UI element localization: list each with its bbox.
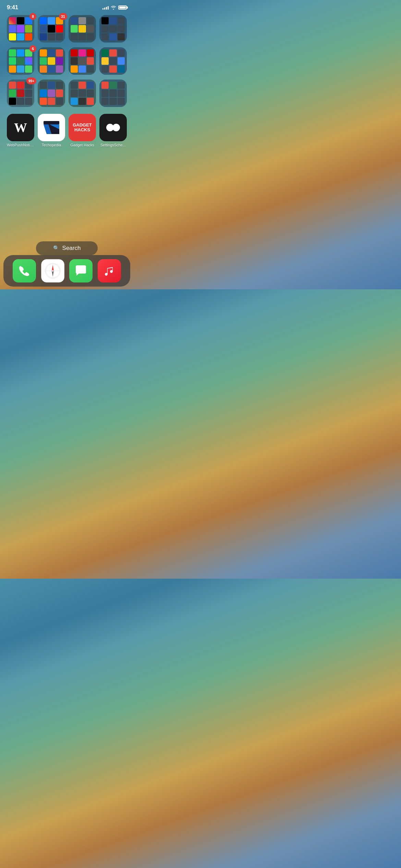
folder-food[interactable] <box>99 47 127 75</box>
status-bar: 9:41 <box>0 0 134 12</box>
music-icon <box>103 265 116 277</box>
folder-productivity[interactable] <box>38 47 65 75</box>
search-bar-container: 🔍 Search <box>0 241 134 255</box>
app-row-2: 6 <box>5 47 128 75</box>
search-bar[interactable]: 🔍 Search <box>36 241 98 255</box>
search-icon: 🔍 <box>53 245 60 251</box>
dock-messages[interactable] <box>69 259 93 282</box>
wifi-icon <box>111 5 116 10</box>
badge-communication: 6 <box>29 45 36 52</box>
phone-icon <box>18 264 31 277</box>
app-gadgethacks[interactable]: GADGETHACKS Gadget Hacks <box>69 114 96 147</box>
app-row-4: W WebPushNotifi... Techopedia <box>5 114 128 147</box>
folder-streaming[interactable]: 31 <box>38 15 65 43</box>
app-label-webpush: WebPushNotifi... <box>7 143 34 147</box>
app-label-techopedia: Techopedia <box>42 143 61 147</box>
app-label-settings-scheduler: SettingsSche... <box>100 143 126 147</box>
dock-music[interactable] <box>98 259 121 282</box>
badge-streaming: 31 <box>59 13 67 20</box>
status-icons <box>102 5 127 10</box>
techopedia-logo-icon <box>42 118 61 137</box>
app-label-gadgethacks: Gadget Hacks <box>70 143 94 147</box>
app-webpush[interactable]: W WebPushNotifi... <box>7 114 34 147</box>
folder-social[interactable]: 8 <box>7 15 34 43</box>
folder-news-games[interactable] <box>99 15 127 43</box>
folder-dev-tools[interactable] <box>69 80 96 107</box>
search-label: Search <box>62 245 81 252</box>
svg-point-5 <box>112 124 120 131</box>
badge-news: 99+ <box>26 77 36 84</box>
status-time: 9:41 <box>7 4 18 11</box>
app-settings-scheduler[interactable]: SettingsSche... <box>99 114 127 147</box>
folder-browsers[interactable] <box>38 80 65 107</box>
battery-icon <box>118 5 127 10</box>
svg-rect-0 <box>44 121 59 124</box>
folder-communication[interactable]: 6 <box>7 47 34 75</box>
app-techopedia[interactable]: Techopedia <box>38 114 65 147</box>
folder-shopping[interactable] <box>69 47 96 75</box>
home-screen: 8 31 <box>0 12 134 147</box>
app-row-1: 8 31 <box>5 15 128 43</box>
dock <box>3 255 130 287</box>
badge-social: 8 <box>29 13 36 20</box>
signal-icon <box>102 5 109 10</box>
dock-phone[interactable] <box>13 259 36 282</box>
dock-safari[interactable] <box>41 259 64 282</box>
folder-utilities[interactable] <box>69 15 96 43</box>
app-row-3: 99+ <box>5 80 128 107</box>
messages-icon <box>74 264 88 278</box>
folder-finance[interactable] <box>99 80 127 107</box>
safari-icon <box>44 262 61 279</box>
folder-news[interactable]: 99+ <box>7 80 34 107</box>
settings-scheduler-icon <box>104 119 122 136</box>
